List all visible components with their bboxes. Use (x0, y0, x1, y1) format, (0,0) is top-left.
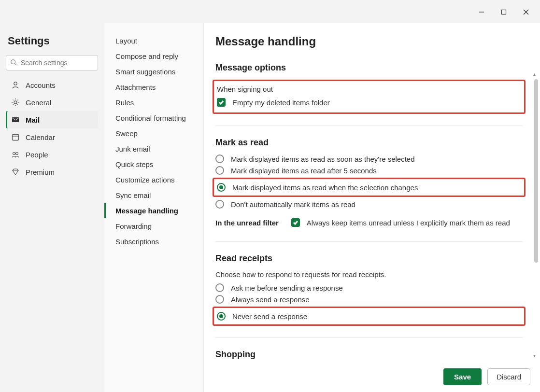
subnav-layout[interactable]: Layout (104, 33, 201, 48)
when-signing-out-label: When signing out (217, 85, 520, 93)
mail-icon (11, 115, 20, 124)
sidebar-label: Calendar (26, 133, 55, 141)
subnav-attachments[interactable]: Attachments (104, 79, 201, 95)
sidebar-item-people[interactable]: People (6, 146, 98, 163)
content-scroll[interactable]: Message handling Message options When si… (204, 23, 540, 392)
close-button[interactable] (515, 5, 537, 19)
sidebar-item-calendar[interactable]: Calendar (6, 128, 98, 146)
receipt-option-2[interactable]: Never send a response (217, 312, 520, 321)
svg-point-4 (11, 60, 15, 64)
scroll-arrow-down-icon[interactable]: ▾ (533, 353, 539, 358)
unread-filter-row[interactable]: In the unread filter Always keep items u… (215, 218, 523, 227)
svg-line-5 (15, 64, 17, 66)
section-title: Mark as read (215, 138, 523, 148)
subnav-forwarding[interactable]: Forwarding (104, 218, 201, 234)
section-title: Read receipts (215, 253, 523, 264)
mail-subnav: Layout Compose and reply Smart suggestio… (104, 23, 204, 392)
search-input[interactable] (6, 55, 98, 70)
subnav-compose-reply[interactable]: Compose and reply (104, 48, 201, 64)
radio[interactable] (215, 200, 224, 209)
highlight-mark-read-selected: Mark displayed items as read when the se… (213, 178, 526, 197)
sidebar-label: People (26, 151, 48, 159)
scroll-arrow-up-icon[interactable]: ▴ (533, 71, 539, 77)
subnav-rules[interactable]: Rules (104, 95, 201, 110)
subnav-customize-actions[interactable]: Customize actions (104, 172, 201, 187)
sidebar-item-accounts[interactable]: Accounts (6, 76, 98, 94)
checkbox-label: Empty my deleted items folder (232, 98, 330, 107)
subnav-subscriptions[interactable]: Subscriptions (104, 234, 201, 249)
sidebar-label: Premium (26, 168, 55, 176)
svg-rect-8 (12, 117, 19, 122)
radio[interactable] (215, 154, 224, 163)
subnav-quick-steps[interactable]: Quick steps (104, 156, 201, 172)
main-panel: Message handling Message options When si… (204, 23, 540, 392)
footer-actions: Save Discard (443, 368, 530, 385)
sidebar-label: General (26, 98, 51, 107)
read-receipts-desc: Choose how to respond to requests for re… (215, 270, 523, 279)
radio-label: Mark displayed items as read when the se… (232, 183, 418, 192)
sidebar-item-general[interactable]: General (6, 94, 98, 111)
radio-label: Mark displayed items as read after 5 sec… (231, 167, 377, 175)
window-titlebar (0, 0, 540, 23)
people-icon (11, 150, 20, 159)
radio-label: Mark displayed items as read as soon as … (231, 155, 415, 163)
sidebar-item-mail[interactable]: Mail (6, 111, 98, 128)
radio-selected[interactable] (217, 183, 226, 192)
minimize-button[interactable] (470, 5, 493, 19)
gear-icon (11, 98, 20, 107)
receipt-option-0[interactable]: Ask me before sending a response (215, 283, 523, 292)
svg-rect-9 (13, 135, 19, 140)
subnav-junk-email[interactable]: Junk email (104, 141, 201, 156)
checkbox-unread-filter[interactable] (291, 218, 300, 227)
receipt-option-1[interactable]: Always send a response (215, 295, 523, 304)
radio[interactable] (215, 295, 224, 304)
section-title: Shopping (215, 350, 523, 360)
search-icon (10, 59, 17, 66)
svg-point-7 (14, 101, 17, 104)
radio-label: Ask me before sending a response (231, 284, 343, 292)
save-button[interactable]: Save (443, 368, 482, 385)
maximize-button[interactable] (493, 5, 515, 19)
mark-read-option-0[interactable]: Mark displayed items as read as soon as … (215, 154, 523, 163)
page-title: Message handling (215, 35, 523, 48)
svg-point-11 (13, 153, 15, 155)
search-container (6, 55, 98, 70)
calendar-icon (11, 133, 20, 141)
svg-point-6 (14, 82, 17, 85)
section-mark-as-read: Mark as read Mark displayed items as rea… (215, 138, 523, 242)
discard-button[interactable]: Discard (487, 368, 530, 385)
mark-read-option-3[interactable]: Don't automatically mark items as read (215, 200, 523, 209)
settings-sidebar: Settings Accounts General Mail Calendar … (0, 23, 104, 392)
radio[interactable] (215, 166, 224, 175)
empty-deleted-row[interactable]: Empty my deleted items folder (217, 98, 520, 107)
section-title: Message options (215, 63, 523, 73)
settings-title: Settings (8, 35, 96, 47)
mark-read-option-2[interactable]: Mark displayed items as read when the se… (217, 183, 520, 192)
radio-selected[interactable] (217, 312, 226, 321)
radio[interactable] (215, 283, 224, 292)
unread-filter-checkbox-label: Always keep items unread unless I explic… (307, 219, 510, 227)
highlight-receipt-selected: Never send a response (213, 307, 526, 326)
person-icon (11, 81, 20, 89)
mark-read-option-1[interactable]: Mark displayed items as read after 5 sec… (215, 166, 523, 175)
subnav-sync-email[interactable]: Sync email (104, 187, 201, 203)
sidebar-label: Accounts (26, 81, 56, 89)
radio-label: Never send a response (232, 312, 307, 321)
section-read-receipts: Read receipts Choose how to respond to r… (215, 253, 523, 338)
section-shopping: Shopping (215, 350, 523, 360)
subnav-smart-suggestions[interactable]: Smart suggestions (104, 64, 201, 79)
subnav-message-handling[interactable]: Message handling (104, 203, 201, 218)
radio-label: Always send a response (231, 295, 310, 304)
svg-point-12 (16, 153, 18, 155)
radio-label: Don't automatically mark items as read (231, 200, 355, 209)
subnav-sweep[interactable]: Sweep (104, 126, 201, 141)
subnav-conditional-formatting[interactable]: Conditional formatting (104, 110, 201, 126)
highlight-message-options: When signing out Empty my deleted items … (213, 80, 526, 114)
unread-filter-heading: In the unread filter (215, 219, 279, 227)
checkbox-empty-deleted[interactable] (217, 98, 226, 107)
sidebar-label: Mail (26, 116, 40, 124)
scrollbar-thumb[interactable] (534, 79, 538, 263)
section-message-options: Message options When signing out Empty m… (215, 63, 523, 126)
svg-rect-1 (502, 10, 506, 14)
sidebar-item-premium[interactable]: Premium (6, 163, 98, 181)
